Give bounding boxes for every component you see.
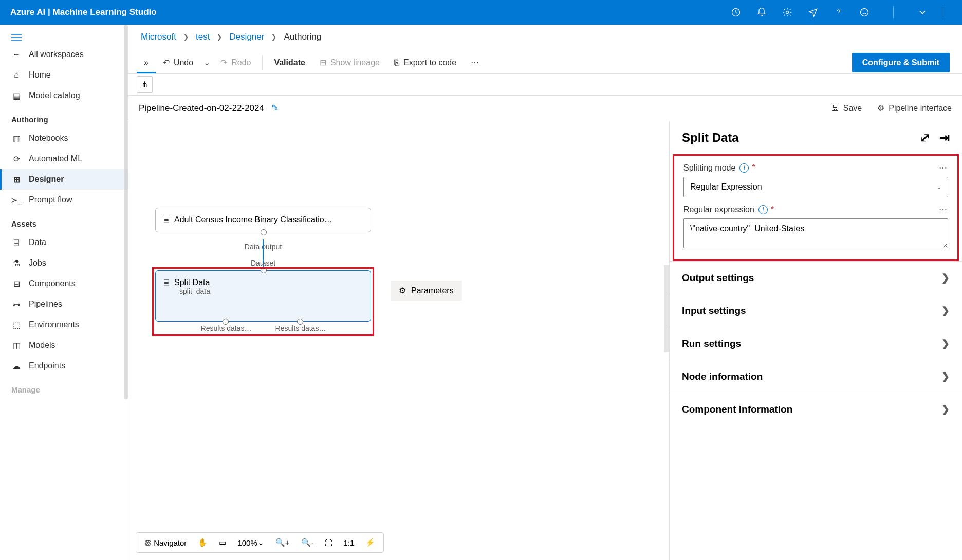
sidebar-section-assets: Assets (0, 210, 128, 232)
navigator-button[interactable]: ▧ Navigator (141, 536, 190, 549)
zoom-level[interactable]: 100% ⌄ (234, 536, 267, 549)
sidebar-item-label: All workspaces (29, 50, 84, 59)
endpoints-icon: ☁ (11, 361, 22, 371)
configure-submit-button[interactable]: Configure & Submit (852, 53, 950, 72)
sidebar-item-prompt-flow[interactable]: ≻_ Prompt flow (0, 190, 128, 210)
breadcrumb-link[interactable]: test (196, 32, 210, 42)
field-label: Regular expression (683, 205, 754, 214)
settings-icon[interactable] (782, 7, 792, 17)
show-lineage-button[interactable]: ⊟Show lineage (312, 51, 387, 73)
sidebar-item-jobs[interactable]: ⚗Jobs (0, 253, 128, 273)
sidebar-section-authoring: Authoring (0, 106, 128, 128)
undo-button[interactable]: ↶Undo (156, 51, 200, 73)
canvas-node-split-data[interactable]: ⌸Split Data split_data (155, 270, 371, 322)
sidebar-item-home[interactable]: ⌂ Home (0, 65, 128, 85)
breadcrumb-link[interactable]: Microsoft (141, 32, 176, 42)
pipelines-icon: ⊶ (11, 299, 22, 309)
graph-view-button[interactable]: ⋔ (137, 76, 153, 93)
sidebar-item-designer[interactable]: ⊞ Designer (0, 169, 128, 190)
field-menu-button[interactable]: ⋯ (939, 204, 948, 214)
accordion-run-settings[interactable]: Run settings❯ (670, 327, 962, 360)
panel-highlighted-section: Splitting mode i * ⋯ Regular Expression … (673, 154, 959, 261)
designer-canvas[interactable]: ⌸Adult Census Income Binary Classificati… (128, 121, 669, 560)
accordion-node-information[interactable]: Node information❯ (670, 360, 962, 393)
parameters-button[interactable]: ⚙ Parameters (391, 281, 462, 301)
expand-icon[interactable]: ⤢ (920, 130, 930, 145)
chevron-down-icon: ⌄ (936, 183, 941, 191)
topbar: Azure AI | Machine Learning Studio (0, 0, 962, 25)
recent-icon[interactable] (731, 7, 741, 17)
port-label: Results datas… (201, 324, 252, 332)
sidebar-item-components[interactable]: ⊟Components (0, 273, 128, 294)
export-button[interactable]: ⎘Export to code (387, 52, 464, 73)
expand-panel-button[interactable]: » (137, 52, 156, 73)
zoom-in-button[interactable]: 🔍+ (272, 536, 293, 549)
properties-panel: Split Data ⤢ ⇥ Splitting mode i * ⋯ Regu… (669, 121, 962, 560)
more-button[interactable]: ⋯ (464, 51, 486, 73)
sidebar-item-label: Data (29, 238, 46, 247)
sidebar-item-notebooks[interactable]: ▥ Notebooks (0, 128, 128, 148)
gear-icon: ⚙ (877, 103, 884, 113)
sidebar-item-models[interactable]: ◫Models (0, 335, 128, 356)
edit-icon[interactable]: ✎ (271, 103, 279, 114)
info-icon[interactable]: i (739, 163, 749, 173)
sidebar-item-pipelines[interactable]: ⊶Pipelines (0, 294, 128, 314)
undo-dropdown-button[interactable]: ⌄ (200, 51, 213, 73)
sidebar-all-workspaces[interactable]: ← All workspaces (0, 44, 128, 65)
sidebar-item-label: Endpoints (29, 361, 65, 370)
lineage-label: Show lineage (330, 58, 380, 67)
accordion-component-information[interactable]: Component information❯ (670, 393, 962, 425)
redo-label: Redo (231, 58, 251, 67)
chevron-right-icon: ❯ (941, 305, 950, 316)
sidebar-item-model-catalog[interactable]: ▤ Model catalog (0, 85, 128, 106)
canvas-node-dataset[interactable]: ⌸Adult Census Income Binary Classificati… (155, 208, 371, 232)
select-value: Regular Expression (690, 182, 762, 192)
save-button[interactable]: 🖫Save (831, 104, 862, 113)
split-icon: ⌸ (164, 278, 169, 287)
feedback-icon[interactable] (808, 7, 818, 17)
zoom-value: 100% (237, 538, 257, 547)
sidebar-item-environments[interactable]: ⬚Environments (0, 314, 128, 335)
sidebar-item-label: Automated ML (29, 154, 82, 163)
export-label: Export to code (403, 58, 456, 67)
zoom-out-button[interactable]: 🔍- (298, 536, 317, 549)
input-port[interactable] (261, 267, 267, 273)
regular-expression-input[interactable]: \"native-country" United-States (683, 218, 948, 248)
sidebar-item-data[interactable]: ⌸Data (0, 232, 128, 253)
accordion-input-settings[interactable]: Input settings❯ (670, 294, 962, 327)
accordion-label: Node information (682, 371, 763, 382)
validate-button[interactable]: Validate (267, 52, 312, 73)
accordion-label: Input settings (682, 305, 746, 316)
sidebar-item-automated-ml[interactable]: ⟳ Automated ML (0, 148, 128, 169)
info-icon[interactable]: i (758, 205, 768, 214)
scrollbar[interactable] (124, 25, 128, 399)
redo-button[interactable]: ↷Redo (213, 51, 258, 73)
menu-toggle-icon[interactable] (0, 31, 128, 44)
pan-button[interactable]: ✋ (195, 536, 211, 549)
actual-size-button[interactable]: 1:1 (341, 536, 358, 549)
data-icon: ⌸ (11, 237, 22, 248)
accordion-output-settings[interactable]: Output settings❯ (670, 261, 962, 294)
chevron-down-icon[interactable] (917, 7, 928, 17)
accordion-label: Output settings (682, 272, 754, 284)
smiley-icon[interactable] (859, 7, 869, 17)
notifications-icon[interactable] (756, 7, 767, 17)
canvas-scrollbar[interactable] (664, 265, 669, 352)
sidebar: ← All workspaces ⌂ Home ▤ Model catalog … (0, 25, 128, 560)
fit-screen-button[interactable]: ⛶ (322, 536, 336, 549)
chevron-right-icon: ❯ (941, 403, 950, 415)
select-button[interactable]: ▭ (216, 536, 229, 549)
breadcrumb-link[interactable]: Designer (229, 32, 264, 42)
sidebar-item-label: Models (29, 341, 55, 350)
sidebar-item-endpoints[interactable]: ☁Endpoints (0, 356, 128, 376)
pipeline-interface-button[interactable]: ⚙Pipeline interface (877, 103, 952, 113)
graph-icon: ⋔ (141, 80, 148, 89)
sidebar-item-label: Jobs (29, 258, 46, 268)
help-icon[interactable] (834, 7, 844, 17)
field-menu-button[interactable]: ⋯ (939, 163, 948, 173)
collapse-icon[interactable]: ⇥ (939, 130, 950, 145)
output-port[interactable] (261, 229, 267, 235)
splitting-mode-select[interactable]: Regular Expression ⌄ (683, 177, 948, 197)
svg-point-1 (786, 11, 789, 14)
auto-layout-button[interactable]: ⚡ (362, 536, 378, 549)
